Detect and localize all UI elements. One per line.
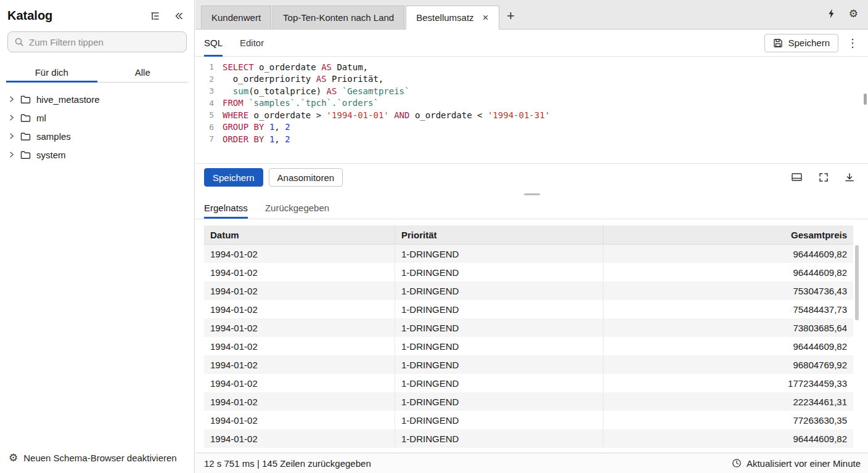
editor-mode-tabs: SQLEditor <box>204 30 281 57</box>
query-tab-label: Bestellumsatz <box>416 12 473 23</box>
refresh-status: Aktualisiert vor einer Minute <box>732 458 861 469</box>
mode-tab-sql[interactable]: SQL <box>204 30 223 57</box>
pane-splitter[interactable] <box>195 191 868 197</box>
save-button[interactable]: Speichern <box>764 34 838 52</box>
table-cell: 96444609,82 <box>604 429 853 448</box>
tree-item-hive-metastore[interactable]: hive_metastore <box>0 90 194 108</box>
runbar-actions <box>791 172 854 182</box>
table-row[interactable]: 1994-01-021-DRINGEND96444609,82 <box>204 429 853 448</box>
chevron-right-icon <box>9 115 15 121</box>
code-text: FROM `samples`.`tpch`.`orders` <box>223 98 379 108</box>
table-cell: 1994-01-02 <box>204 337 395 355</box>
primary-action-button[interactable]: Speichern <box>204 168 263 187</box>
catalog-sidebar: Katalog Für dichAlle hive_metastoremlsam… <box>0 0 195 473</box>
folder-icon <box>20 95 31 104</box>
download-icon[interactable] <box>845 172 854 182</box>
table-row[interactable]: 1994-01-021-DRINGEND177234459,33 <box>204 374 853 392</box>
table-cell: 77263630,35 <box>604 411 853 429</box>
schema-browser-toggle[interactable]: ⚙ Neuen Schema-Browser deaktivieren <box>0 447 194 473</box>
line-number: 2 <box>195 75 223 84</box>
secondary-action-button[interactable]: Anasomitoren <box>269 168 343 187</box>
fullscreen-icon[interactable] <box>819 172 829 182</box>
new-tab-button[interactable]: + <box>501 6 522 26</box>
table-row[interactable]: 1994-01-021-DRINGEND75484437,73 <box>204 300 853 318</box>
tree-item-system[interactable]: system <box>0 145 194 164</box>
table-cell: 1-DRINGEND <box>395 245 604 263</box>
query-tab-kundenwert[interactable]: Kundenwert <box>201 6 271 30</box>
table-row[interactable]: 1994-01-021-DRINGEND22234461,31 <box>204 392 853 411</box>
column-header-gesamtpreis[interactable]: Gesamtpreis <box>604 225 853 244</box>
results-table: DatumPrioritätGesamtpreis 1994-01-021-DR… <box>204 225 853 453</box>
sidebar-tab-f-r-dich[interactable]: Für dich <box>6 62 97 82</box>
table-cell: 1994-01-02 <box>204 392 395 411</box>
table-row[interactable]: 1994-01-021-DRINGEND96444609,82 <box>204 337 853 355</box>
line-number: 6 <box>195 123 223 132</box>
query-tab-bestellumsatz[interactable]: Bestellumsatz× <box>406 6 499 30</box>
table-cell: 96804769,92 <box>604 355 853 374</box>
settings-gear-icon[interactable]: ⚙ <box>849 9 858 19</box>
sidebar-header: Katalog <box>0 0 194 29</box>
folder-icon <box>20 132 31 141</box>
sql-editor-app: Katalog Für dichAlle hive_metastoremlsam… <box>0 0 868 473</box>
table-row[interactable]: 1994-01-021-DRINGEND73803685,64 <box>204 318 853 337</box>
schema-browser-toggle-label: Neuen Schema-Browser deaktivieren <box>23 453 176 463</box>
present-panel-icon[interactable] <box>791 172 803 182</box>
flash-icon[interactable] <box>827 8 835 19</box>
table-row[interactable]: 1994-01-021-DRINGEND96444609,82 <box>204 263 853 281</box>
code-text: sum(o_totalprice) AS `Gesamtpreis` <box>223 86 409 96</box>
tree-item-label: ml <box>36 113 46 123</box>
results-scrollbar[interactable] <box>855 245 859 320</box>
results-panel: ErgelnatssZurückgegeben DatumPrioritätGe… <box>195 197 868 453</box>
table-cell: 1-DRINGEND <box>395 281 604 300</box>
table-row[interactable]: 1994-01-021-DRINGEND96444609,82 <box>204 245 853 263</box>
overflow-menu-icon[interactable]: ⋮ <box>845 34 861 52</box>
tree-item-label: samples <box>36 131 71 142</box>
close-icon[interactable]: × <box>483 12 489 24</box>
schema-browser-icon[interactable] <box>150 10 161 22</box>
table-cell: 1-DRINGEND <box>395 429 604 448</box>
query-tab-top-ten-konten-nach-land[interactable]: Top-Ten-Konten nach Land <box>272 6 404 30</box>
line-number: 5 <box>195 110 223 119</box>
table-cell: 1-DRINGEND <box>395 300 604 318</box>
line-number: 1 <box>195 62 223 71</box>
sql-editor[interactable]: 1SELECT o_orderdate AS Datum,2 o_orderpr… <box>195 57 868 164</box>
editor-toolbar: SQLEditor Speichern ⋮ <box>195 30 868 57</box>
folder-icon <box>20 113 31 123</box>
line-number: 7 <box>195 134 223 144</box>
code-text: GROUP BY 1, 2 <box>223 122 290 132</box>
tree-item-ml[interactable]: ml <box>0 108 194 127</box>
table-cell: 96444609,82 <box>604 245 853 263</box>
results-header: DatumPrioritätGesamtpreis <box>204 225 853 245</box>
main-panel: KundenwertTop-Ten-Konten nach LandBestel… <box>195 0 868 473</box>
sidebar-title: Katalog <box>7 9 137 23</box>
table-row[interactable]: 1994-01-021-DRINGEND96804769,92 <box>204 355 853 374</box>
query-tab-label: Top-Ten-Konten nach Land <box>283 12 394 23</box>
table-cell: 1994-01-02 <box>204 411 395 429</box>
table-cell: 1-DRINGEND <box>395 337 604 355</box>
tree-item-samples[interactable]: samples <box>0 127 194 145</box>
table-row[interactable]: 1994-01-021-DRINGEND75304736,43 <box>204 281 853 300</box>
results-tab-ergelnatss[interactable]: Ergelnatss <box>204 197 248 219</box>
gear-icon: ⚙ <box>9 453 18 463</box>
collapse-sidebar-icon[interactable] <box>173 10 184 22</box>
mode-tab-editor[interactable]: Editor <box>240 30 264 57</box>
table-row[interactable]: 1994-01-021-DRINGEND77263630,35 <box>204 411 853 429</box>
table-cell: 96444609,82 <box>604 337 853 355</box>
table-cell: 1-DRINGEND <box>395 392 604 411</box>
table-cell: 1994-01-02 <box>204 245 395 263</box>
column-header-priorit-t[interactable]: Priorität <box>395 225 604 244</box>
results-tabs: ErgelnatssZurückgegeben <box>195 197 868 219</box>
catalog-filter[interactable] <box>7 31 187 52</box>
editor-scrollbar[interactable] <box>864 94 867 105</box>
catalog-filter-input[interactable] <box>29 37 180 47</box>
table-cell: 1994-01-02 <box>204 318 395 337</box>
results-body: 1994-01-021-DRINGEND96444609,821994-01-0… <box>204 245 853 448</box>
table-cell: 1-DRINGEND <box>395 355 604 374</box>
query-tabstrip: KundenwertTop-Ten-Konten nach LandBestel… <box>195 0 868 30</box>
table-cell: 1-DRINGEND <box>395 411 604 429</box>
sidebar-tab-alle[interactable]: Alle <box>97 62 189 82</box>
query-duration-text: 12 s 751 ms | 145 Zeilen zurückgegeben <box>204 458 371 469</box>
table-cell: 177234459,33 <box>604 374 853 392</box>
results-tab-zur-ckgegeben[interactable]: Zurückgegeben <box>265 197 329 219</box>
column-header-datum[interactable]: Datum <box>204 225 395 244</box>
